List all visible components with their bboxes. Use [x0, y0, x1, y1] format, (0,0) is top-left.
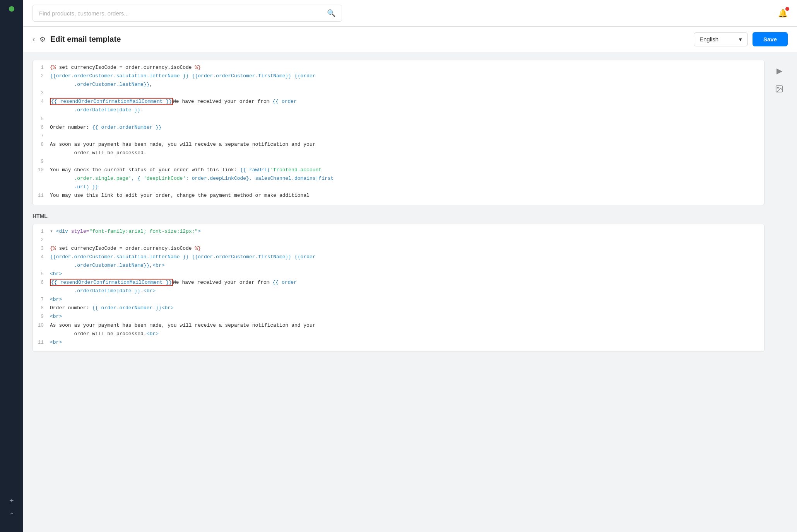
page-title: Edit email template: [50, 35, 121, 44]
sidebar-collapse-icon[interactable]: ⌃: [9, 511, 15, 520]
html-code-editor[interactable]: 1 ▾ <div style="font-family:arial; font-…: [33, 224, 764, 351]
code-line: 1 ▾ <div style="font-family:arial; font-…: [33, 227, 764, 236]
code-line: 8 As soon as your payment has been made,…: [33, 140, 764, 157]
page-header: ‹ ⚙ Edit email template English ▾ Save: [23, 27, 797, 52]
settings-button[interactable]: ⚙: [39, 35, 46, 44]
plain-code-editor[interactable]: 1 {% set currencyIsoCode = order.currenc…: [33, 60, 764, 205]
sidebar: + ⌃: [0, 0, 23, 532]
search-icon[interactable]: 🔍: [327, 9, 335, 17]
code-line: 2: [33, 236, 764, 244]
code-line: 3: [33, 89, 764, 97]
header-right: English ▾ Save: [694, 32, 788, 46]
html-section-label: HTML: [32, 213, 765, 219]
right-sidebar: ▶: [771, 60, 788, 524]
code-line: 3 {% set currencyIsoCode = order.currenc…: [33, 244, 764, 253]
plain-code-block: 1 {% set currencyIsoCode = order.currenc…: [32, 60, 765, 205]
bell-badge: [785, 7, 789, 11]
code-line: 10 As soon as your payment has been made…: [33, 321, 764, 338]
language-label: English: [700, 36, 736, 43]
sidebar-logo: [9, 6, 14, 12]
code-line: 5 <br>: [33, 270, 764, 278]
code-line: 4 {{ resendOrderConfirmationMailComment …: [33, 97, 764, 114]
code-line: 7: [33, 132, 764, 140]
language-select[interactable]: English ▾: [694, 32, 748, 46]
code-line: 6 {{ resendOrderConfirmationMailComment …: [33, 278, 764, 295]
send-icon[interactable]: ▶: [776, 66, 782, 75]
html-code-block: 1 ▾ <div style="font-family:arial; font-…: [32, 224, 765, 352]
chevron-down-icon: ▾: [739, 36, 742, 43]
editor-area: 1 {% set currencyIsoCode = order.currenc…: [32, 60, 765, 524]
code-line: 8 Order number: {{ order.orderNumber }}<…: [33, 304, 764, 312]
code-line: 1 {% set currencyIsoCode = order.currenc…: [33, 63, 764, 72]
code-line: 4 {{order.orderCustomer.salutation.lette…: [33, 253, 764, 270]
notification-bell[interactable]: 🔔: [778, 9, 788, 18]
code-line: 11 You may use this link to edit your or…: [33, 191, 764, 200]
svg-point-1: [777, 87, 778, 88]
code-line: 9 <br>: [33, 312, 764, 321]
save-button[interactable]: Save: [753, 32, 788, 46]
code-line: 9: [33, 157, 764, 166]
image-icon[interactable]: [775, 85, 783, 95]
code-line: 2 {{order.orderCustomer.salutation.lette…: [33, 72, 764, 89]
code-line: 5: [33, 115, 764, 123]
code-line: 11 <br>: [33, 338, 764, 347]
topbar-right: 🔔: [778, 9, 788, 18]
code-line: 10 You may check the current status of y…: [33, 166, 764, 191]
search-box[interactable]: Find products, customers, orders... 🔍: [32, 5, 342, 22]
main-content: Find products, customers, orders... 🔍 🔔 …: [23, 0, 797, 532]
code-line: 7 <br>: [33, 295, 764, 304]
sidebar-add-icon[interactable]: +: [10, 497, 14, 505]
content-area: 1 {% set currencyIsoCode = order.currenc…: [23, 52, 797, 532]
topbar: Find products, customers, orders... 🔍 🔔: [23, 0, 797, 27]
search-input-placeholder: Find products, customers, orders...: [39, 10, 324, 17]
code-line: 6 Order number: {{ order.orderNumber }}: [33, 123, 764, 132]
back-button[interactable]: ‹: [32, 35, 35, 43]
